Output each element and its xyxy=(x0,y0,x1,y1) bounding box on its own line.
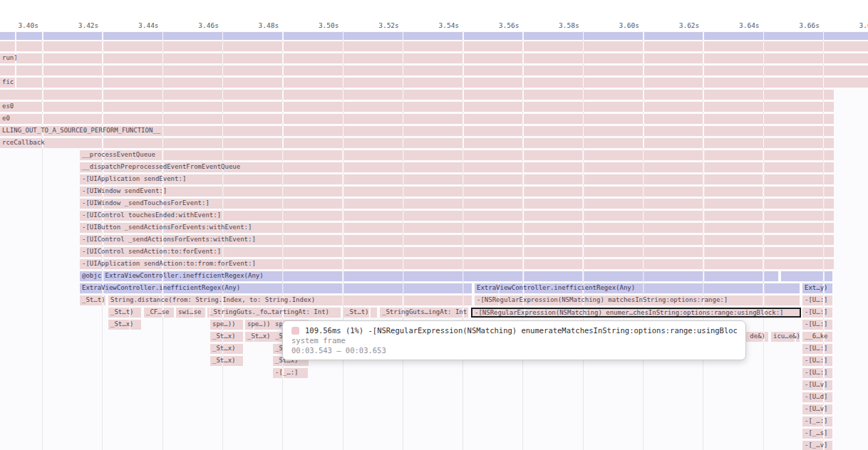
flame-bar[interactable]: icu…e&) xyxy=(771,332,800,342)
flame-bar[interactable]: _CF…se xyxy=(144,308,174,318)
flame-bar[interactable]: -[U…:] xyxy=(802,368,832,378)
flame-bar[interactable]: ExtraViewController.inefficientRegex(Any… xyxy=(80,283,472,293)
flame-bar[interactable]: _St…t) xyxy=(108,308,141,318)
flame-bar[interactable] xyxy=(781,271,832,281)
flame-bar[interactable]: -[NSRegularExpression(NSMatching) matche… xyxy=(475,295,800,305)
flame-bar[interactable]: fic xyxy=(0,78,868,88)
flame-bar[interactable]: -[U…d] xyxy=(802,392,832,402)
flame-bar[interactable]: swi…se xyxy=(176,308,205,318)
flame-bar[interactable]: String.distance(from: String.Index, to: … xyxy=(108,295,472,305)
flame-bar[interactable]: -[U…:] xyxy=(802,344,832,354)
flame-bar[interactable] xyxy=(0,41,868,51)
flame-bar[interactable]: _St…x) xyxy=(210,356,243,366)
ruler-tick-label: 3.50s xyxy=(319,21,339,29)
selected-flame-bar[interactable]: -[NSRegularExpression(NSMatching) enumer… xyxy=(471,308,801,318)
flame-bar[interactable]: -[UIControl touchesEnded:withEvent:] xyxy=(80,211,834,221)
call-stack-rows: run]fices0e0LLING_OUT_TO_A_SOURCE0_PERFO… xyxy=(0,0,868,450)
flame-bar[interactable]: _St…x) xyxy=(245,332,274,342)
flame-bar[interactable]: @objc ExtraViewController.inefficientReg… xyxy=(80,271,778,281)
ruler-tick-label: 3.40s xyxy=(18,21,38,29)
ruler-tick-label: 3.62s xyxy=(679,21,700,29)
flame-bar[interactable] xyxy=(0,66,868,75)
top-strip xyxy=(0,0,868,19)
flame-bar[interactable]: -[UIControl _sendActionsForEvents:withEv… xyxy=(80,235,834,245)
ruler-tick-label: 3.60s xyxy=(619,21,639,29)
flame-bar[interactable]: run] xyxy=(0,53,868,63)
ruler-tick-label: 3.54s xyxy=(438,21,459,29)
flame-bar[interactable]: -[U…v] xyxy=(802,404,832,414)
flame-bar[interactable]: -[_…s] xyxy=(802,429,832,439)
flame-bar[interactable]: _StringGuts._fo…tartingAt: Int) xyxy=(207,308,341,318)
flame-bar[interactable]: rceCallback xyxy=(0,138,834,148)
ruler-tick-label: 3.56s xyxy=(499,21,520,29)
flame-bar[interactable]: _St…t) xyxy=(343,308,377,318)
ruler-tick-label: 3.44s xyxy=(138,21,159,29)
flame-bar[interactable]: -[_…:] xyxy=(273,368,308,378)
frame-color-swatch-icon xyxy=(291,327,299,335)
flame-bar[interactable]: -[UIApplication sendEvent:] xyxy=(80,174,834,184)
flame-bar[interactable]: -[U…:] xyxy=(802,356,832,366)
ruler-tick-label: 3.64s xyxy=(739,21,760,29)
hover-tooltip: 109.56ms (1%) -[NSRegularExpression(NSMa… xyxy=(282,320,746,360)
flame-bar[interactable]: _St…x) xyxy=(210,344,243,354)
ruler-tick-label: 3.58s xyxy=(559,21,579,29)
flame-bar[interactable]: -[UIButton _sendActionsForEvents:withEve… xyxy=(80,223,834,233)
flame-bar[interactable]: -[UIControl sendAction:to:forEvent:] xyxy=(80,247,834,257)
tooltip-duration: 109.56ms (1%) xyxy=(305,326,363,335)
flame-bar[interactable]: spe…)) xyxy=(210,320,243,330)
flame-bar[interactable]: spe…)) xyxy=(245,320,274,330)
flame-bar[interactable]: -[U…:] xyxy=(802,320,832,330)
flame-bar[interactable]: _St…t) xyxy=(80,295,105,305)
flame-bar[interactable] xyxy=(0,32,868,40)
flame-bar[interactable]: LLING_OUT_TO_A_SOURCE0_PERFORM_FUNCTION_… xyxy=(0,126,834,136)
flame-bar[interactable]: -[U…v] xyxy=(802,380,832,390)
flame-bar[interactable]: -[UIWindow sendEvent:] xyxy=(80,187,834,197)
flame-bar[interactable]: __6…ke xyxy=(802,332,832,342)
flame-bar[interactable]: -[UIApplication sendAction:to:from:forEv… xyxy=(80,259,834,269)
flame-bar[interactable]: Ext…y) xyxy=(802,283,832,293)
ruler-tick-label: 3.68s xyxy=(859,21,868,29)
tooltip-frame-type: system frame xyxy=(291,336,737,345)
ruler-tick-label: 3.52s xyxy=(378,21,399,29)
ruler-tick-label: 3.46s xyxy=(198,21,219,29)
flame-bar[interactable]: es0 xyxy=(0,102,834,112)
ruler-tick-label: 3.66s xyxy=(799,21,820,29)
flame-bar[interactable]: __dispatchPreprocessedEventFromEventQueu… xyxy=(80,162,834,172)
flame-bar[interactable]: _StringGuts…ingAt: Int) xyxy=(380,308,468,318)
flame-bar[interactable]: _St…x) xyxy=(210,332,243,342)
flame-bar[interactable]: -[U…:] xyxy=(802,295,832,305)
timeline-ruler[interactable]: 3.40s3.42s3.44s3.46s3.48s3.50s3.52s3.54s… xyxy=(0,19,868,31)
flame-bar[interactable]: -[U…:] xyxy=(802,308,832,318)
flame-bar[interactable]: -[_…:] xyxy=(802,417,832,427)
ruler-tick-label: 3.42s xyxy=(78,21,99,29)
ruler-tick-label: 3.48s xyxy=(259,21,279,29)
flame-bar[interactable]: -[_…v] xyxy=(802,441,832,450)
flame-bar[interactable]: -[UIWindow _sendTouchesForEvent:] xyxy=(80,199,834,209)
flame-bar[interactable]: _St…x) xyxy=(108,320,141,330)
tooltip-time-range: 00:03.543 — 00:03.653 xyxy=(291,346,737,355)
flame-bar[interactable]: ExtraViewController.inefficientRegex(Any… xyxy=(475,283,800,293)
flame-bar[interactable] xyxy=(0,90,834,100)
tooltip-title: 109.56ms (1%) -[NSRegularExpression(NSMa… xyxy=(291,326,737,335)
time-profiler-flame-graph: run]fices0e0LLING_OUT_TO_A_SOURCE0_PERFO… xyxy=(0,0,868,450)
tooltip-symbol: -[NSRegularExpression(NSMatching) enumer… xyxy=(368,326,737,335)
flame-bar[interactable]: __processEventQueue xyxy=(80,150,834,160)
flame-bar[interactable]: e0 xyxy=(0,114,834,124)
